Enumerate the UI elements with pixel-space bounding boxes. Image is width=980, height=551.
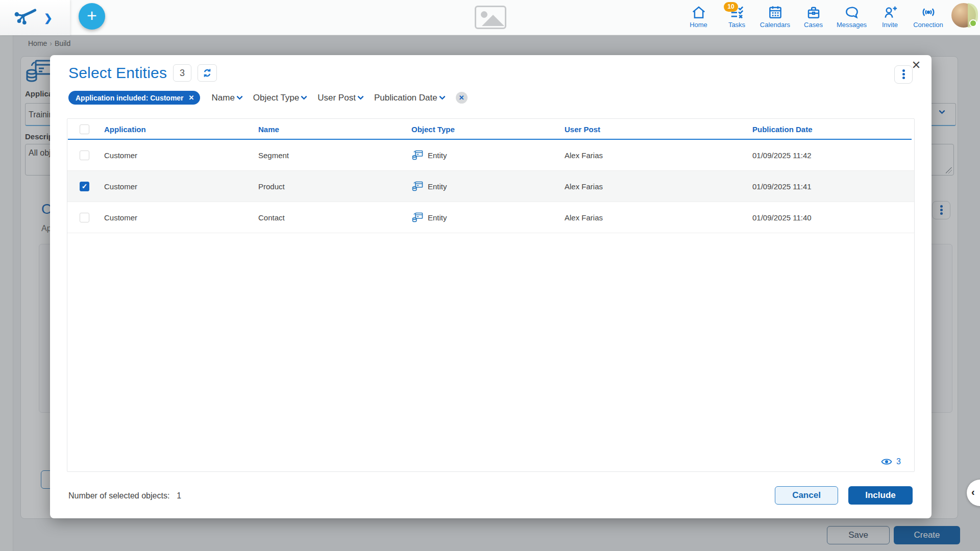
remove-filter-icon[interactable]: ✕ xyxy=(189,94,194,102)
chevron-left-icon: ‹ xyxy=(971,486,975,498)
col-header-publication-date[interactable]: Publication Date xyxy=(752,125,914,134)
object-type-label: Entity xyxy=(428,182,447,191)
filter-label: Publication Date xyxy=(374,93,437,103)
kebab-icon xyxy=(902,68,905,80)
selection-summary-count: 1 xyxy=(177,491,181,500)
eye-icon xyxy=(881,458,892,466)
table-row[interactable]: Customer Contact Entity Alex Farias 01/0… xyxy=(67,202,914,233)
chevron-down-icon xyxy=(236,93,243,100)
cell-user-post: Alex Farias xyxy=(565,151,752,160)
logo-placeholder-image xyxy=(475,6,506,29)
include-button[interactable]: Include xyxy=(848,486,913,505)
modal-title: Select Entities xyxy=(68,64,167,82)
col-header-object-type[interactable]: Object Type xyxy=(411,125,565,134)
signal-icon xyxy=(921,5,936,20)
cell-user-post: Alex Farias xyxy=(565,182,752,191)
results-count-badge: 3 xyxy=(173,64,191,82)
row-checkbox[interactable] xyxy=(80,213,89,222)
app-logo-icon[interactable] xyxy=(13,8,37,28)
chevron-down-icon xyxy=(301,93,307,100)
entities-table: Application Name Object Type User Post P… xyxy=(67,118,915,472)
chevron-down-icon xyxy=(439,93,446,100)
cell-publication-date: 01/09/2025 11:40 xyxy=(752,213,914,222)
selection-summary-label: Number of selected objects: xyxy=(68,491,169,500)
modal-kebab-button[interactable] xyxy=(894,65,913,84)
nav-item-invite[interactable]: Invite xyxy=(871,0,909,29)
filter-bar: Application included: Customer ✕ Name Ob… xyxy=(68,91,468,105)
cell-object-type: Entity xyxy=(411,180,565,192)
top-nav-items: Home 10 Tasks Calendars Cases Messages I… xyxy=(679,0,947,35)
row-checkbox[interactable] xyxy=(80,151,89,160)
add-new-button[interactable]: + xyxy=(79,3,105,30)
filter-object-type[interactable]: Object Type xyxy=(253,93,306,103)
logo-area: ❯ xyxy=(0,0,70,35)
col-header-name[interactable]: Name xyxy=(258,125,411,134)
cell-name: Contact xyxy=(258,213,411,222)
chat-icon xyxy=(844,5,860,20)
cell-application: Customer xyxy=(104,213,258,222)
nav-item-cases[interactable]: Cases xyxy=(794,0,832,29)
cell-name: Segment xyxy=(258,151,411,160)
entity-icon xyxy=(411,149,424,161)
table-row[interactable]: Customer Segment Entity Alex Farias 01/0… xyxy=(67,140,914,171)
nav-label: Conection xyxy=(913,21,943,29)
entity-icon xyxy=(411,211,424,223)
tasks-count-badge: 10 xyxy=(724,2,738,12)
cell-object-type: Entity xyxy=(411,149,565,161)
filter-user-post[interactable]: User Post xyxy=(317,93,363,103)
filter-label: Name xyxy=(211,93,234,103)
calendar-icon xyxy=(768,5,783,20)
refresh-icon xyxy=(202,67,213,79)
active-filter-chip[interactable]: Application included: Customer ✕ xyxy=(68,91,200,105)
filter-publication-date[interactable]: Publication Date xyxy=(374,93,445,103)
cell-object-type: Entity xyxy=(411,211,565,223)
table-row[interactable]: ✓ Customer Product Entity Alex Farias 01… xyxy=(67,171,914,202)
filter-label: Object Type xyxy=(253,93,299,103)
modal-actions: Cancel Include xyxy=(775,486,913,505)
user-avatar[interactable] xyxy=(951,3,976,28)
cell-user-post: Alex Farias xyxy=(565,213,752,222)
visible-records-indicator: 3 xyxy=(881,457,901,466)
visible-records-count: 3 xyxy=(896,457,901,466)
top-navigation-bar: ❯ + Home 10 Tasks Calendars Cases Messag… xyxy=(0,0,980,35)
object-type-label: Entity xyxy=(428,151,447,160)
object-type-label: Entity xyxy=(428,213,447,222)
cancel-button[interactable]: Cancel xyxy=(775,486,838,505)
select-all-checkbox[interactable] xyxy=(80,124,89,134)
nav-item-messages[interactable]: Messages xyxy=(832,0,871,29)
sidebar-expand-chevron[interactable]: ❯ xyxy=(44,12,53,24)
cell-name: Product xyxy=(258,182,411,191)
table-header-row: Application Name Object Type User Post P… xyxy=(67,119,914,140)
refresh-button[interactable] xyxy=(198,64,217,82)
filter-label: User Post xyxy=(317,93,356,103)
cell-publication-date: 01/09/2025 11:42 xyxy=(752,151,914,160)
nav-item-tasks[interactable]: 10 Tasks xyxy=(718,0,756,29)
modal-header: Select Entities 3 xyxy=(68,64,217,82)
entity-icon xyxy=(411,180,424,192)
nav-label: Home xyxy=(690,21,707,29)
person-add-icon xyxy=(883,5,898,20)
nav-label: Calendars xyxy=(760,21,790,29)
nav-label: Cases xyxy=(804,21,823,29)
select-entities-modal: ✕ Select Entities 3 Application included… xyxy=(50,55,932,518)
chevron-down-icon xyxy=(357,93,364,100)
cell-publication-date: 01/09/2025 11:41 xyxy=(752,182,914,191)
col-header-application[interactable]: Application xyxy=(104,125,258,134)
online-status-dot xyxy=(969,19,977,27)
filter-name[interactable]: Name xyxy=(211,93,241,103)
nav-item-conection[interactable]: Conection xyxy=(909,0,947,29)
nav-label: Invite xyxy=(882,21,898,29)
row-checkbox[interactable]: ✓ xyxy=(80,182,89,191)
filter-chip-label: Application included: Customer xyxy=(76,94,184,102)
selection-summary: Number of selected objects:1 xyxy=(68,491,181,500)
nav-item-home[interactable]: Home xyxy=(679,0,718,29)
cell-application: Customer xyxy=(104,151,258,160)
nav-label: Messages xyxy=(837,21,867,29)
clear-filters-button[interactable]: ✕ xyxy=(456,92,468,104)
cell-application: Customer xyxy=(104,182,258,191)
nav-label: Tasks xyxy=(728,21,745,29)
home-icon xyxy=(691,5,706,20)
col-header-user-post[interactable]: User Post xyxy=(565,125,752,134)
briefcase-icon xyxy=(806,5,821,20)
nav-item-calendars[interactable]: Calendars xyxy=(756,0,794,29)
